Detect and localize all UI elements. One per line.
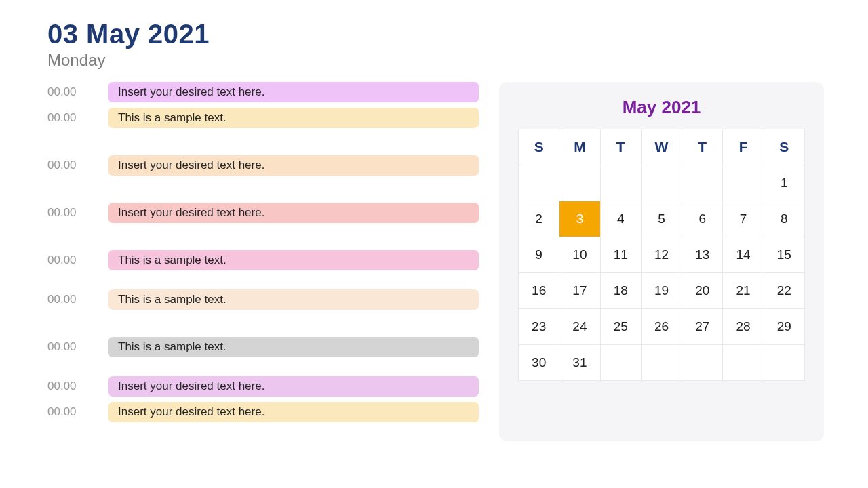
calendar-day <box>723 345 763 380</box>
calendar-day[interactable]: 20 <box>682 273 722 308</box>
calendar-day[interactable]: 17 <box>559 273 599 308</box>
calendar-day[interactable]: 30 <box>519 345 559 380</box>
calendar-day[interactable]: 25 <box>601 309 641 344</box>
slot-text[interactable]: Insert your desired text here. <box>108 203 479 223</box>
calendar-dow: S <box>764 129 804 165</box>
slot-text[interactable]: This is a sample text. <box>108 289 479 310</box>
calendar-day[interactable]: 2 <box>519 201 559 237</box>
calendar-day[interactable]: 18 <box>601 273 641 308</box>
slot-time: 00.00 <box>47 340 108 354</box>
slot-time: 00.00 <box>47 85 108 99</box>
calendar-day <box>601 165 641 201</box>
calendar-day[interactable]: 16 <box>519 273 559 308</box>
calendar-day[interactable]: 11 <box>601 237 641 272</box>
calendar-dow: F <box>723 129 763 165</box>
calendar-day[interactable]: 31 <box>559 345 599 380</box>
calendar-day[interactable]: 22 <box>764 273 804 308</box>
calendar-day <box>642 165 682 201</box>
calendar-day[interactable]: 27 <box>682 309 722 344</box>
calendar-day[interactable]: 7 <box>723 201 763 237</box>
slot-time: 00.00 <box>47 206 108 220</box>
schedule-slot[interactable]: 00.00This is a sample text. <box>47 337 479 357</box>
calendar-dow: W <box>642 129 682 165</box>
calendar-day <box>723 165 763 201</box>
calendar-day <box>559 165 599 201</box>
calendar-day <box>764 345 804 380</box>
calendar-dow: S <box>519 129 559 165</box>
slot-time: 00.00 <box>47 293 108 306</box>
calendar-day[interactable]: 19 <box>642 273 682 308</box>
slot-text[interactable]: Insert your desired text here. <box>108 155 479 176</box>
slot-text[interactable]: This is a sample text. <box>108 108 479 128</box>
calendar-day[interactable]: 3 <box>559 201 599 237</box>
calendar-day[interactable]: 14 <box>723 237 763 272</box>
slot-text[interactable]: This is a sample text. <box>108 250 479 270</box>
calendar-dow: M <box>559 129 599 165</box>
calendar-day[interactable]: 9 <box>519 237 559 272</box>
calendar-day <box>682 165 722 201</box>
slot-text[interactable]: Insert your desired text here. <box>108 376 479 396</box>
schedule-slot[interactable]: 00.00Insert your desired text here. <box>47 203 479 223</box>
calendar-dow: T <box>682 129 722 165</box>
slot-text[interactable]: This is a sample text. <box>108 337 479 357</box>
slot-text[interactable]: Insert your desired text here. <box>108 402 479 422</box>
schedule-slot[interactable]: 00.00This is a sample text. <box>47 250 479 270</box>
schedule-slot[interactable]: 00.00Insert your desired text here. <box>47 82 479 102</box>
calendar-day[interactable]: 21 <box>723 273 763 308</box>
calendar-day[interactable]: 28 <box>723 309 763 344</box>
calendar-day <box>642 345 682 380</box>
calendar-day[interactable]: 26 <box>642 309 682 344</box>
slot-text[interactable]: Insert your desired text here. <box>108 82 479 102</box>
day-of-week: Monday <box>47 51 824 70</box>
schedule-slot[interactable]: 00.00Insert your desired text here. <box>47 402 479 422</box>
calendar-day[interactable]: 8 <box>764 201 804 237</box>
mini-calendar-panel: May 2021 SMTWTFS123456789101112131415161… <box>499 82 824 441</box>
schedule-slot[interactable]: 00.00Insert your desired text here. <box>47 376 479 396</box>
slot-time: 00.00 <box>47 111 108 125</box>
calendar-day[interactable]: 13 <box>682 237 722 272</box>
calendar-day[interactable]: 6 <box>682 201 722 237</box>
calendar-day <box>682 345 722 380</box>
schedule-slot[interactable]: 00.00Insert your desired text here. <box>47 155 479 176</box>
calendar-day[interactable]: 10 <box>559 237 599 272</box>
calendar-day[interactable]: 24 <box>559 309 599 344</box>
page-title: 03 May 2021 <box>47 19 824 49</box>
calendar-dow: T <box>601 129 641 165</box>
calendar-day <box>519 165 559 201</box>
calendar-day[interactable]: 12 <box>642 237 682 272</box>
calendar-day[interactable]: 4 <box>601 201 641 237</box>
slot-time: 00.00 <box>47 159 108 172</box>
calendar-day <box>601 345 641 380</box>
calendar-day[interactable]: 1 <box>764 165 804 201</box>
schedule-slot[interactable]: 00.00This is a sample text. <box>47 289 479 310</box>
calendar-grid: SMTWTFS123456789101112131415161718192021… <box>518 129 805 381</box>
calendar-day[interactable]: 5 <box>642 201 682 237</box>
calendar-day[interactable]: 15 <box>764 237 804 272</box>
schedule-slot[interactable]: 00.00This is a sample text. <box>47 108 479 128</box>
calendar-title: May 2021 <box>518 97 805 118</box>
schedule-column: 00.00Insert your desired text here.00.00… <box>47 82 479 441</box>
slot-time: 00.00 <box>47 253 108 267</box>
slot-time: 00.00 <box>47 380 108 393</box>
calendar-day[interactable]: 23 <box>519 309 559 344</box>
calendar-day[interactable]: 29 <box>764 309 804 344</box>
slot-time: 00.00 <box>47 405 108 419</box>
date-header: 03 May 2021 Monday <box>47 19 824 70</box>
